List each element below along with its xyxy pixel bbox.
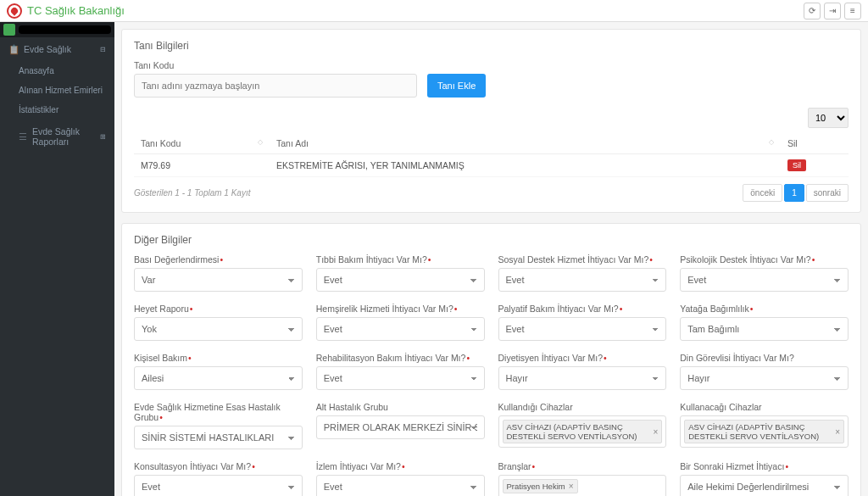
label-sosyal: Sosyal Destek Hizmet İhtiyacı Var Mı?• (498, 254, 667, 265)
logo (7, 3, 22, 19)
pagination: önceki 1 sonraki (743, 184, 849, 202)
sidebar-item-hizmet-emirleri[interactable]: Alınan Hizmet Emirleri (0, 81, 114, 100)
sidebar-item-istatistikler[interactable]: İstatistikler (0, 100, 114, 120)
prev-page-button[interactable]: önceki (743, 184, 782, 202)
select-diyet[interactable]: Hayır (498, 366, 667, 390)
select-kisisel[interactable]: Ailesi (134, 366, 303, 390)
label-rehab: Rehabilitasyon Bakım İhtiyacı Var Mı?• (316, 353, 485, 363)
sidebar-item-label: Evde Sağlık (24, 44, 71, 54)
col-tani-adi[interactable]: Tanı Adı◇ (270, 133, 781, 154)
remove-tag-icon[interactable]: × (569, 482, 574, 491)
user-bar (0, 22, 114, 37)
label-brans: Branşlar• (498, 461, 667, 471)
table-row: M79.69 EKSTREMİTE AĞRISI, YER TANIMLANMA… (134, 154, 849, 177)
col-tani-kodu[interactable]: Tanı Kodu◇ (134, 133, 270, 154)
select-alt-grup[interactable]: PRİMER OLARAK MERKEZİ SİNİR SİSTEMİNİ ET… (316, 415, 485, 439)
page-size-select[interactable]: 10 (808, 108, 849, 128)
page-1-button[interactable]: 1 (784, 184, 804, 202)
select-sonraki-hizmet[interactable]: Aile Hekimi Değerlendirilmesi (680, 475, 849, 496)
remove-tag-icon[interactable]: × (835, 427, 840, 437)
label-basi: Bası Değerlendirmesi• (134, 254, 303, 265)
label-hemsire: Hemşirelik Hizmeti İhtiyacı Var Mı?• (316, 304, 485, 314)
sidebar: 📋 Evde Sağlık ⊟ Anasayfa Alınan Hizmet E… (0, 22, 114, 496)
sidebar-item-evde-saglik[interactable]: 📋 Evde Sağlık ⊟ (0, 37, 114, 61)
next-page-button[interactable]: sonraki (806, 184, 849, 202)
label-kisisel: Kişisel Bakım• (134, 353, 303, 363)
label-din: Din Görevlisi İhtiyacı Var Mı? (680, 353, 849, 363)
sort-icon: ◇ (258, 138, 263, 146)
select-heyet[interactable]: Yok (134, 317, 303, 341)
user-name-redacted (19, 25, 111, 34)
label-kullanacagi: Kullanacağı Cihazlar (680, 402, 849, 412)
label-sonraki-hizmet: Bir Sonraki Hizmet İhtiyacı• (680, 461, 849, 471)
logout-button[interactable]: ⇥ (824, 3, 841, 20)
tani-table: Tanı Kodu◇ Tanı Adı◇ Sil M79.69 EKSTREMİ… (134, 133, 849, 177)
label-diyet: Diyetisyen İhtiyacı Var Mı?• (498, 353, 667, 363)
select-din[interactable]: Hayır (680, 366, 849, 390)
select-hemsire[interactable]: Evet (316, 317, 485, 341)
select-yataga[interactable]: Tam Bağımlı (680, 317, 849, 341)
tani-ekle-button[interactable]: Tanı Ekle (427, 74, 486, 98)
tagbox-kullanacagi[interactable]: ASV CİHAZI (ADAPTİV BASINÇ DESTEKLİ SERV… (680, 415, 849, 448)
table-info: Gösterilen 1 - 1 Toplam 1 Kayıt (134, 188, 250, 198)
app-title: TC Sağlık Bakanlığı (27, 4, 125, 17)
minus-icon: ⊟ (100, 46, 106, 53)
cell-tani-kodu: M79.69 (134, 154, 270, 177)
list-icon: ☰ (19, 131, 27, 142)
tani-kodu-label: Tanı Kodu (134, 60, 417, 70)
tani-panel: Tanı Bilgileri Tanı Kodu Tanı Ekle 10 Ta… (121, 29, 861, 213)
select-palyatif[interactable]: Evet (498, 317, 667, 341)
col-sil: Sil (781, 133, 849, 154)
delete-row-button[interactable]: Sil (787, 159, 806, 171)
select-basi[interactable]: Var (134, 268, 303, 292)
clipboard-icon: 📋 (8, 44, 19, 54)
top-header: TC Sağlık Bakanlığı ⟳ ⇥ ≡ (0, 0, 868, 22)
select-evde-grup[interactable]: SİNİR SİSTEMİ HASTALIKLARI (134, 426, 303, 449)
refresh-button[interactable]: ⟳ (804, 3, 821, 20)
select-psiko[interactable]: Evet (680, 268, 849, 292)
avatar (3, 24, 15, 36)
tani-search-input[interactable] (134, 74, 417, 98)
tagbox-kullandigi[interactable]: ASV CİHAZI (ADAPTİV BASINÇ DESTEKLİ SERV… (498, 415, 667, 448)
select-rehab[interactable]: Evet (316, 366, 485, 390)
diger-panel-title: Diğer Bilgiler (134, 234, 849, 246)
label-konsul: Konsultasyon İhtiyacı Var Mı?• (134, 461, 303, 471)
sidebar-item-raporlari[interactable]: ☰ Evde Sağlık Raporları ⊞ (0, 120, 114, 153)
label-kullandigi: Kullandığı Cihazlar (498, 402, 667, 412)
plus-icon: ⊞ (100, 133, 106, 141)
select-izlem[interactable]: Evet (316, 475, 485, 496)
cell-tani-adi: EKSTREMİTE AĞRISI, YER TANIMLANMAMIŞ (270, 154, 781, 177)
diger-panel: Diğer Bilgiler Bası Değerlendirmesi•Var … (121, 223, 861, 496)
content-area: Tanı Bilgileri Tanı Kodu Tanı Ekle 10 Ta… (114, 22, 868, 496)
tag-device-used: ASV CİHAZI (ADAPTİV BASINÇ DESTEKLİ SERV… (503, 420, 663, 443)
label-heyet: Heyet Raporu• (134, 304, 303, 314)
remove-tag-icon[interactable]: × (653, 427, 658, 437)
label-izlem: İzlem İhtiyacı Var Mı?• (316, 461, 485, 471)
select-konsul[interactable]: Evet (134, 475, 303, 496)
label-alt-grup: Alt Hastalık Grubu (316, 402, 485, 412)
label-evde-grup: Evde Sağlık Hizmetine Esas Hastalık Grub… (134, 402, 303, 422)
menu-button[interactable]: ≡ (844, 3, 861, 20)
select-sosyal[interactable]: Evet (498, 268, 667, 292)
sort-icon: ◇ (769, 138, 774, 146)
tag-device-future: ASV CİHAZI (ADAPTİV BASINÇ DESTEKLİ SERV… (684, 420, 844, 443)
label-psiko: Psikolojik Destek İhtiyacı Var Mı?• (680, 254, 849, 265)
tagbox-brans[interactable]: Pratisyen Hekim× (498, 475, 667, 496)
tani-panel-title: Tanı Bilgileri (134, 40, 849, 52)
sidebar-item-anasayfa[interactable]: Anasayfa (0, 61, 114, 81)
label-yataga: Yatağa Bağımlılık• (680, 304, 849, 314)
label-palyatif: Palyatif Bakım İhtiyacı Var Mı?• (498, 304, 667, 314)
select-tibbi[interactable]: Evet (316, 268, 485, 292)
sidebar-item-label: Evde Sağlık Raporları (32, 126, 95, 147)
label-tibbi: Tıbbi Bakım İhtiyacı Var Mı?• (316, 254, 485, 265)
tag-brans: Pratisyen Hekim× (503, 479, 578, 493)
